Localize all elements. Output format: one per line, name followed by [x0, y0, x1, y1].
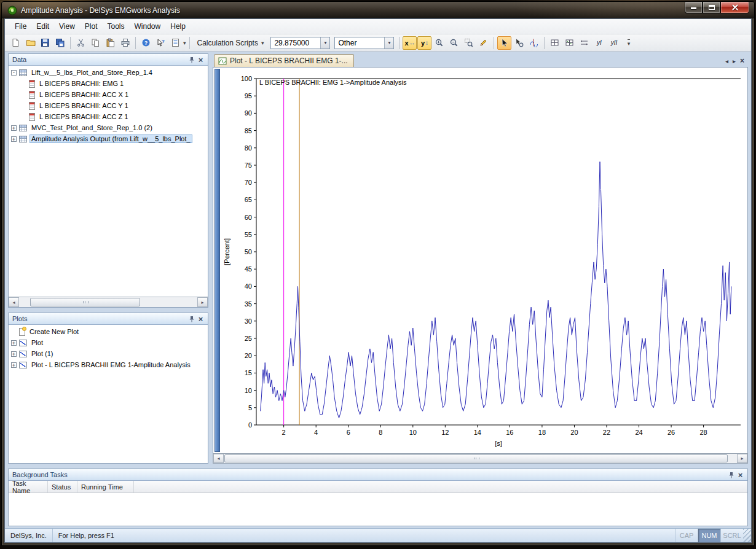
x-axis-label: [s]: [495, 440, 502, 447]
expand-icon[interactable]: +: [11, 136, 17, 142]
tree-item[interactable]: +Amplitude Analysis Output (from Lift_w_…: [9, 133, 208, 144]
autoscale-y-button[interactable]: y↕: [417, 36, 431, 50]
pin-icon[interactable]: [187, 314, 196, 324]
zoom-window-button[interactable]: [462, 36, 476, 50]
pin-icon[interactable]: [187, 55, 196, 64]
maximize-button[interactable]: [703, 2, 720, 14]
status-indicator-cap: CAP: [675, 529, 698, 542]
edit-pencil-button[interactable]: [476, 36, 490, 50]
tile-windows-button[interactable]: [562, 36, 577, 50]
tab-close-icon[interactable]: ×: [739, 56, 746, 65]
data-panel: Data × -Lift_w__5_lbs_Plot_and_Store_Rep…: [8, 53, 208, 308]
plots-panel-header[interactable]: Plots ×: [9, 313, 208, 325]
expand-icon[interactable]: +: [11, 351, 17, 357]
toolbar: ? ? ▾ Calculation Scripts ▾ 29.875000 ▾ …: [5, 34, 751, 52]
grid-button[interactable]: [548, 36, 562, 50]
collapse-icon[interactable]: -: [11, 70, 17, 76]
autoscale-x-button[interactable]: x↔: [403, 36, 417, 50]
chevron-down-icon[interactable]: ▾: [320, 37, 329, 49]
scroll-thumb[interactable]: [224, 454, 728, 462]
expand-icon[interactable]: +: [11, 362, 17, 368]
pin-icon[interactable]: [726, 470, 736, 480]
column-header-status[interactable]: Status: [48, 481, 77, 493]
tree-item[interactable]: -Lift_w__5_lbs_Plot_and_Store_Rep_1.4: [9, 67, 208, 78]
tree-item[interactable]: L BICEPS BRACHII: ACC X 1: [9, 89, 208, 100]
new-document-button[interactable]: [9, 36, 23, 50]
chevron-down-icon[interactable]: ▾: [384, 37, 393, 49]
open-button[interactable]: [23, 36, 37, 50]
print-button[interactable]: [118, 36, 132, 50]
toolbar-separator: [70, 37, 71, 49]
x-tick-label: 12: [441, 429, 449, 436]
paste-button[interactable]: [103, 36, 117, 50]
panel-close-icon[interactable]: ×: [196, 314, 205, 324]
tab-scroll-left-icon[interactable]: ◂: [724, 58, 730, 64]
menu-item-edit[interactable]: Edit: [31, 20, 54, 33]
scroll-track[interactable]: [20, 297, 197, 307]
scroll-right-icon[interactable]: ▸: [737, 454, 747, 463]
calculation-scripts-dropdown[interactable]: Calculation Scripts ▾: [193, 37, 269, 49]
save-button[interactable]: [38, 36, 52, 50]
close-button[interactable]: [720, 2, 749, 14]
expand-icon[interactable]: +: [11, 340, 17, 346]
save-all-button[interactable]: [53, 36, 67, 50]
scroll-right-icon[interactable]: ▸: [197, 297, 208, 307]
tree-item[interactable]: Create New Plot: [9, 326, 208, 337]
scroll-left-icon[interactable]: ◂: [213, 454, 224, 463]
background-tasks-header[interactable]: Background Tasks ×: [9, 469, 747, 481]
title-bar[interactable]: Amplitude Analysis - DelSys EMGworks Ana…: [2, 2, 754, 18]
tree-item[interactable]: +MVC_Test_Plot_and_Store_Rep_1.0 (2): [9, 122, 208, 133]
tree-item[interactable]: +Plot - L BICEPS BRACHII EMG 1-Amplitude…: [9, 359, 208, 370]
sheet-icon: [29, 102, 35, 110]
toolbar-overflow-button[interactable]: ▾: [621, 36, 636, 50]
status-help-text: For Help, press F1: [53, 529, 675, 542]
scroll-left-icon[interactable]: ◂: [9, 297, 19, 307]
y-axis-1-button[interactable]: yI: [592, 36, 606, 50]
copy-button[interactable]: [89, 36, 103, 50]
pointer-button[interactable]: [497, 36, 511, 50]
menu-item-plot[interactable]: Plot: [80, 20, 103, 33]
scroll-thumb[interactable]: [30, 298, 140, 306]
menu-item-window[interactable]: Window: [130, 20, 166, 33]
panel-close-icon[interactable]: ×: [736, 470, 745, 480]
context-help-button[interactable]: ?: [154, 36, 168, 50]
units-combobox[interactable]: Other ▾: [334, 37, 394, 49]
tree-item-label: Plot (1): [30, 349, 55, 358]
minimize-button[interactable]: [685, 2, 703, 14]
data-cursor-button[interactable]: [527, 36, 541, 50]
tree-item[interactable]: L BICEPS BRACHII: EMG 1: [9, 78, 208, 89]
chart-area[interactable]: 0510152025303540455055606570758085909510…: [222, 68, 747, 453]
resize-grip[interactable]: [743, 529, 751, 542]
tab-scroll-right-icon[interactable]: ▸: [731, 58, 737, 64]
column-header-running-time[interactable]: Running Time: [77, 481, 134, 493]
scroll-track[interactable]: [224, 454, 736, 463]
chevron-down-icon[interactable]: ▾: [183, 40, 186, 46]
zoom-out-button[interactable]: [447, 36, 461, 50]
data-panel-hscrollbar[interactable]: ◂ ▸: [9, 297, 208, 307]
zoom-in-button[interactable]: [432, 36, 446, 50]
menu-item-help[interactable]: Help: [165, 20, 191, 33]
tree-item[interactable]: +Plot: [9, 337, 208, 348]
time-value-combobox[interactable]: 29.875000 ▾: [270, 37, 330, 49]
zoom-select-button[interactable]: [512, 36, 526, 50]
panel-close-icon[interactable]: ×: [196, 55, 205, 64]
emg-plot[interactable]: 0510152025303540455055606570758085909510…: [222, 68, 747, 453]
plot-sidebar-strip[interactable]: [215, 69, 220, 452]
y-axis-2-button[interactable]: yII: [607, 36, 621, 50]
background-tasks-panel: Background Tasks × Task NameStatusRunnin…: [8, 469, 748, 526]
tree-item[interactable]: L BICEPS BRACHII: ACC Y 1: [9, 100, 208, 111]
tree-item[interactable]: L BICEPS BRACHII: ACC Z 1: [9, 111, 208, 122]
tab-plot-amplitude-analysis[interactable]: Plot - L BICEPS BRACHII EMG 1-...: [214, 54, 354, 67]
script-editor-button[interactable]: [168, 36, 183, 50]
data-panel-header[interactable]: Data ×: [9, 54, 208, 66]
tree-item[interactable]: +Plot (1): [9, 348, 208, 359]
expand-icon[interactable]: +: [11, 125, 17, 131]
menu-item-view[interactable]: View: [54, 20, 80, 33]
help-button[interactable]: ?: [139, 36, 153, 50]
equal-scale-button[interactable]: [577, 36, 591, 50]
cut-button[interactable]: [74, 36, 88, 50]
plot-hscrollbar[interactable]: ◂ ▸: [213, 453, 748, 464]
menu-item-file[interactable]: File: [10, 20, 31, 33]
menu-item-tools[interactable]: Tools: [103, 20, 130, 33]
column-header-task-name[interactable]: Task Name: [9, 481, 48, 493]
